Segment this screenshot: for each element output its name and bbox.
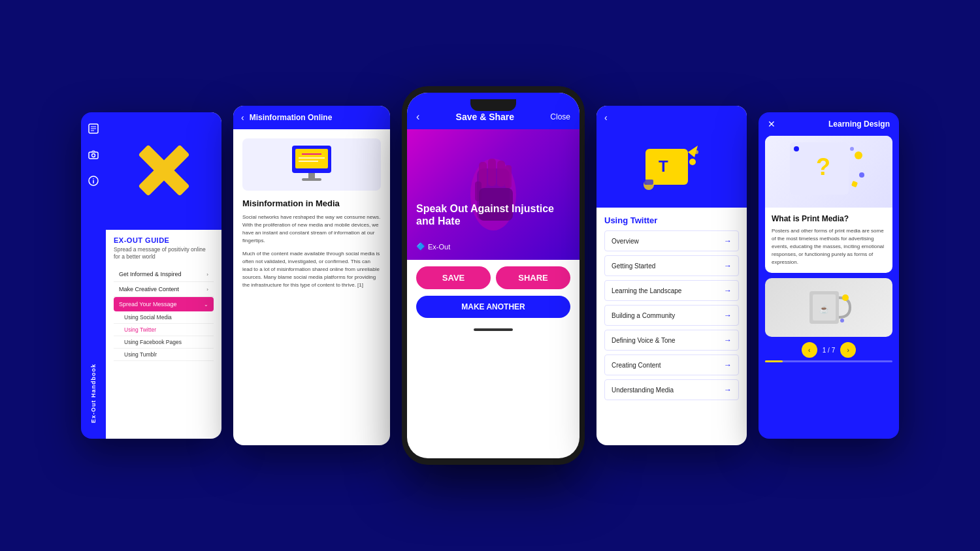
- screen5-card-body: What is Print Media? Posters and other f…: [765, 208, 892, 273]
- nav-row-learning-landscape[interactable]: Learning the Landscape →: [604, 280, 739, 301]
- svg-text:☕: ☕: [819, 304, 829, 314]
- svg-rect-4: [89, 152, 98, 159]
- screen5-navigation: ‹ 1 / 7 ›: [759, 342, 899, 358]
- nav-row-getting-started[interactable]: Getting Started →: [604, 255, 739, 276]
- submenu-tumblr[interactable]: Using Tumblr: [114, 349, 214, 361]
- svg-point-41: [842, 294, 849, 301]
- progress-bar: [765, 360, 892, 362]
- phone-header-title: Save & Share: [456, 112, 515, 122]
- submenu-twitter[interactable]: Using Twitter: [114, 324, 214, 336]
- screen4-illustration: T: [596, 129, 747, 208]
- speak-title: Speak Out Against Injustice and Hate: [416, 202, 570, 227]
- share-button[interactable]: SHARE: [496, 266, 570, 289]
- close-button[interactable]: ✕: [768, 119, 776, 129]
- svg-rect-19: [488, 159, 496, 186]
- arrow-icon: →: [724, 360, 732, 370]
- menu-item-make-content[interactable]: Make Creative Content ›: [114, 282, 214, 297]
- svg-rect-30: [644, 180, 653, 185]
- arrow-icon: →: [724, 286, 732, 295]
- ex-out-badge: 🔷 Ex-Out: [416, 242, 450, 251]
- svg-rect-10: [295, 149, 328, 168]
- nav-row-voice-tone[interactable]: Defining Voice & Tone →: [604, 330, 739, 351]
- svg-point-34: [855, 151, 862, 159]
- svg-point-35: [859, 172, 864, 178]
- chevron-right-icon: ›: [206, 287, 208, 292]
- guide-title: EX-OUT GUIDE: [114, 236, 214, 244]
- screen2-title: Misinformation Online: [250, 113, 333, 122]
- save-button[interactable]: SAVE: [416, 266, 491, 289]
- article-text-2: Much of the content made available throu…: [242, 250, 381, 289]
- arrow-icon: →: [724, 311, 732, 320]
- arrow-icon: →: [724, 261, 732, 270]
- phone-image: Speak Out Against Injustice and Hate 🔷 E…: [407, 129, 580, 260]
- nav-row-overview[interactable]: Overview →: [604, 230, 739, 251]
- nav-row-building-community[interactable]: Building a Community →: [604, 305, 739, 326]
- book-icon: [86, 121, 101, 136]
- svg-point-33: [794, 146, 799, 151]
- screen1-body: EX-OUT GUIDE Spread a message of positiv…: [106, 230, 221, 439]
- print-media-illustration: ?: [787, 139, 872, 204]
- arrow-icon: →: [724, 385, 732, 394]
- screen-misinformation: ‹ Misinformation Online Misinform: [233, 106, 390, 445]
- next-button[interactable]: ›: [840, 342, 856, 358]
- svg-point-37: [850, 147, 854, 151]
- screen-twitter: ‹ T Using Twitter Overview → Getting Sta…: [596, 106, 747, 445]
- guide-subtitle: Spread a message of positivity online fo…: [114, 246, 214, 260]
- svg-text:?: ?: [816, 153, 830, 180]
- screen-learning-design: ✕ Learning Design ? What is Print Media?…: [759, 112, 899, 439]
- screens-container: Ex-Out Handbook EX-OUT GUIDE Spread a me…: [0, 86, 980, 465]
- card-text: Posters and other forms of print media a…: [772, 227, 886, 266]
- make-another-button[interactable]: MAKE ANOTHER: [416, 296, 570, 318]
- screen5-image: ?: [765, 136, 892, 208]
- screen4-header: ‹: [596, 106, 747, 129]
- phone-action-buttons: SAVE SHARE: [407, 260, 580, 296]
- illustration-box: [242, 138, 381, 191]
- phone-close-button[interactable]: Close: [550, 112, 570, 121]
- article-title: Misinformation in Media: [242, 198, 381, 208]
- svg-rect-14: [308, 173, 315, 178]
- article-text: Social networks have reshaped the way we…: [242, 213, 381, 245]
- screen2-header: ‹ Misinformation Online: [233, 106, 390, 129]
- screen-exout-guide: Ex-Out Handbook EX-OUT GUIDE Spread a me…: [81, 112, 221, 439]
- svg-point-28: [694, 150, 698, 154]
- menu-item-get-informed[interactable]: Get Informed & Inspired ›: [114, 267, 214, 282]
- home-indicator: [474, 328, 513, 331]
- sidebar: Ex-Out Handbook: [81, 112, 106, 439]
- svg-point-27: [689, 159, 696, 165]
- screen1-main: EX-OUT GUIDE Spread a message of positiv…: [106, 112, 221, 439]
- card-title: What is Print Media?: [772, 214, 886, 223]
- page-indicator: 1 / 7: [823, 347, 835, 354]
- svg-rect-15: [302, 178, 321, 181]
- submenu-facebook[interactable]: Using Facebook Pages: [114, 336, 214, 349]
- sidebar-label: Ex-Out Handbook: [90, 364, 97, 423]
- submenu-social-media[interactable]: Using Social Media: [114, 311, 214, 324]
- chevron-right-icon: ›: [206, 272, 208, 277]
- screen4-body: Using Twitter Overview → Getting Started…: [596, 208, 747, 412]
- progress-fill: [765, 360, 783, 362]
- chevron-down-icon: ⌄: [204, 302, 208, 307]
- nav-row-understanding-media[interactable]: Understanding Media →: [604, 379, 739, 400]
- phone-notch: [470, 99, 516, 111]
- screen2-body: Misinformation in Media Social networks …: [233, 129, 390, 304]
- phone-inner: ‹ Save & Share Close Speak Out Against I…: [407, 93, 580, 458]
- svg-rect-36: [851, 181, 857, 187]
- prev-button[interactable]: ‹: [802, 342, 817, 358]
- back-button[interactable]: ‹: [604, 112, 608, 123]
- svg-point-5: [92, 154, 95, 157]
- mug-image: ☕: [765, 278, 892, 337]
- arrow-icon: →: [724, 336, 732, 345]
- screen1-header: [106, 112, 221, 230]
- back-button[interactable]: ‹: [241, 112, 244, 123]
- svg-rect-21: [505, 165, 512, 188]
- svg-point-42: [840, 319, 844, 323]
- phone-center: ‹ Save & Share Close Speak Out Against I…: [402, 86, 585, 465]
- phone-back-button[interactable]: ‹: [416, 111, 419, 123]
- screen5-main-card: ? What is Print Media? Posters and other…: [765, 136, 892, 273]
- menu-item-spread-message[interactable]: Spread Your Message ⌄: [114, 297, 214, 311]
- nav-row-creating-content[interactable]: Creating Content →: [604, 354, 739, 375]
- info-icon: [86, 174, 101, 188]
- camera-icon: [86, 148, 101, 162]
- section-title: Using Twitter: [604, 215, 739, 225]
- svg-point-8: [93, 178, 94, 180]
- svg-rect-20: [497, 161, 505, 187]
